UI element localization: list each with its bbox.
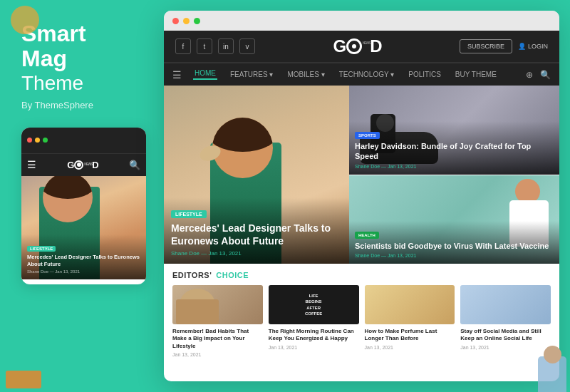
nav-item-mobiles[interactable]: MOBILES ▾ — [286, 71, 326, 78]
brand-subtitle: Theme — [21, 71, 93, 96]
editor-card-1-image — [172, 285, 263, 324]
mobile-hamburger-icon: ☰ — [27, 159, 36, 170]
hero-sports-card[interactable]: SPORTS Harley Davidson: Bundle of Joy Cr… — [349, 86, 559, 175]
mobile-article-tag: LIFESTYLE — [27, 246, 56, 252]
logo-oo-icon — [74, 160, 83, 170]
nav-items-group: ☰ HOME FEATURES ▾ MOBILES ▾ TECHNOLOGY ▾… — [172, 69, 498, 81]
login-button[interactable]: 👤 LOGIN — [518, 43, 548, 50]
ec-img-3 — [365, 285, 455, 324]
browser-chrome — [164, 11, 559, 31]
brand-name: Smart Mag Theme By ThemeSphere — [21, 21, 93, 110]
logo-oo-left-icon — [346, 38, 362, 54]
site-content: f t in v G NEWS D SUBSCRIBE 👤 — [164, 31, 559, 381]
mobile-article-title: Mercedes' Lead Designer Talks to Euronew… — [27, 254, 140, 268]
health-tag: HEALTH — [355, 232, 379, 239]
editor-card-2-image: LIFEBEGINSAFTERCOFFEE — [269, 285, 359, 324]
mobile-logo: G NEWS D — [67, 160, 98, 170]
sports-date: Jan 13, 2021 — [388, 164, 416, 169]
hero-main-card[interactable]: LIFESTYLE Mercedes' Lead Designer Talks … — [164, 86, 349, 264]
user-icon: 👤 — [518, 43, 526, 50]
editor-card-2-title: The Right Morning Routine Can Keep You E… — [269, 328, 359, 343]
mobile-dot-yellow — [35, 138, 40, 143]
header-top-bar: f t in v G NEWS D SUBSCRIBE 👤 — [164, 31, 559, 63]
instagram-icon[interactable]: in — [218, 38, 234, 54]
person-head — [212, 118, 273, 178]
twitter-icon[interactable]: t — [197, 38, 212, 54]
mobile-mockup: ☰ G NEWS D 🔍 LIFESTYLE Mercedes' Lead De… — [21, 128, 146, 284]
nav-item-politics[interactable]: POLITICS — [407, 71, 442, 78]
brand-by: By ThemeSphere — [21, 100, 93, 110]
ec-img-2: LIFEBEGINSAFTERCOFFEE — [269, 285, 359, 324]
browser-maximize-dot — [194, 18, 200, 24]
sports-tag: SPORTS — [355, 132, 380, 139]
editors-grid: Remember! Bad Habits That Make a Big Imp… — [172, 285, 551, 357]
facebook-icon[interactable]: f — [175, 38, 191, 54]
hero-right-cards: SPORTS Harley Davidson: Bundle of Joy Cr… — [349, 86, 559, 264]
subscribe-button[interactable]: SUBSCRIBE — [460, 39, 512, 53]
sports-title: Harley Davidson: Bundle of Joy Crafted f… — [355, 141, 554, 162]
hero-health-card[interactable]: HEALTH Scientists bid Goodbye to Virus W… — [349, 175, 559, 264]
editor-card-3-image — [365, 285, 455, 324]
sports-author: Shane Doe — [355, 164, 380, 169]
editor-card-1[interactable]: Remember! Bad Habits That Make a Big Imp… — [172, 285, 263, 357]
social-icons-group: f t in v — [175, 38, 255, 54]
browser-mockup: f t in v G NEWS D SUBSCRIBE 👤 — [164, 11, 559, 381]
mobile-top-bar — [21, 128, 146, 153]
mobile-hair-shape — [43, 176, 93, 199]
editor-card-3-title: How to Make Perfume Last Longer Than Bef… — [365, 328, 455, 343]
mobile-article-meta: Shane Doe — Jan 13, 2021 — [27, 269, 140, 274]
editor-card-4[interactable]: Stay off Social Media and Still Keep an … — [460, 285, 551, 357]
coffee-text: LIFEBEGINSAFTERCOFFEE — [305, 293, 322, 317]
nav-search-icon[interactable]: 🔍 — [540, 70, 551, 80]
mobile-hero-image: LIFESTYLE Mercedes' Lead Designer Talks … — [21, 176, 146, 279]
hero-main-title: Mercedes' Lead Designer Talks to Euronew… — [171, 222, 342, 247]
brand-title-line2: Mag — [21, 46, 93, 71]
hero-main-meta: Shane Doe — Jan 13, 2021 — [171, 250, 342, 257]
ec-img-4 — [460, 285, 551, 324]
health-meta: Shane Doe — Jan 13, 2021 — [355, 253, 554, 258]
sports-card-overlay: SPORTS Harley Davidson: Bundle of Joy Cr… — [349, 121, 559, 175]
mobile-dot-red — [27, 138, 32, 143]
choice-label: CHOICE — [216, 271, 249, 279]
header-actions: SUBSCRIBE 👤 LOGIN — [460, 39, 548, 53]
editor-card-4-image — [460, 285, 551, 324]
logo-news-text: NEWS — [84, 163, 92, 166]
hero-main-author: Shane Doe — [171, 250, 200, 257]
editor-card-3-date: Jan 13, 2021 — [365, 345, 455, 350]
mobile-window-dots — [27, 138, 48, 143]
nav-item-features[interactable]: FEATURES ▾ — [229, 71, 274, 78]
browser-close-dot — [172, 18, 179, 24]
editors-choice-title: EDITORS' CHOICE — [172, 271, 551, 279]
editors-label: EDITORS' — [172, 271, 212, 279]
login-label: LOGIN — [528, 43, 548, 50]
mobile-overlay: LIFESTYLE Mercedes' Lead Designer Talks … — [21, 234, 146, 279]
site-nav: ☰ HOME FEATURES ▾ MOBILES ▾ TECHNOLOGY ▾… — [164, 63, 559, 86]
hamburger-icon[interactable]: ☰ — [172, 69, 182, 81]
editor-card-2-date: Jan 13, 2021 — [269, 345, 359, 350]
vimeo-icon[interactable]: v — [239, 38, 255, 54]
editor-card-1-title: Remember! Bad Habits That Make a Big Imp… — [172, 328, 263, 350]
left-panel: Smart Mag Theme By ThemeSphere ☰ G NEWS … — [0, 0, 164, 392]
health-date: Jan 13, 2021 — [388, 253, 416, 258]
nav-item-buytheme[interactable]: BUY THEME — [454, 71, 498, 78]
editor-card-4-date: Jan 13, 2021 — [460, 345, 551, 350]
nav-item-home[interactable]: HOME — [193, 69, 217, 80]
editor-card-4-title: Stay off Social Media and Still Keep an … — [460, 328, 551, 343]
nav-item-technology[interactable]: TECHNOLOGY ▾ — [338, 71, 396, 78]
mobile-nav-bar: ☰ G NEWS D 🔍 — [21, 153, 146, 176]
nav-resize-icon[interactable]: ⊕ — [526, 70, 533, 80]
hero-section: LIFESTYLE Mercedes' Lead Designer Talks … — [164, 86, 559, 264]
person-hair — [212, 118, 273, 152]
site-header: f t in v G NEWS D SUBSCRIBE 👤 — [164, 31, 559, 86]
hero-main-date: Jan 13, 2021 — [209, 250, 242, 257]
logo-news-label: NEWS — [363, 41, 370, 45]
editor-card-3[interactable]: How to Make Perfume Last Longer Than Bef… — [365, 285, 455, 357]
editors-choice-section: EDITORS' CHOICE Remember! Bad Habits Tha… — [164, 264, 559, 363]
nav-right-icons: ⊕ 🔍 — [526, 70, 551, 80]
editor-card-2[interactable]: LIFEBEGINSAFTERCOFFEE The Right Morning … — [269, 285, 359, 357]
mobile-search-icon: 🔍 — [129, 160, 140, 170]
editor-card-1-date: Jan 13, 2021 — [172, 352, 263, 357]
ec-img-1 — [172, 285, 263, 324]
hero-main-overlay: LIFESTYLE Mercedes' Lead Designer Talks … — [164, 197, 349, 264]
hero-main-tag: LIFESTYLE — [171, 210, 207, 218]
